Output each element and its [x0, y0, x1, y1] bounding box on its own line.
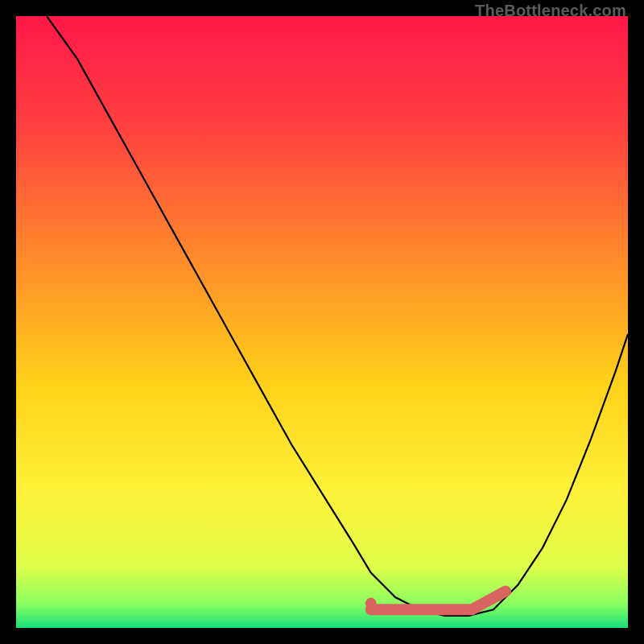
- optimal-start-dot: [365, 598, 377, 609]
- chart-frame: [16, 16, 628, 628]
- watermark-text: TheBottleneck.com: [475, 2, 626, 20]
- bottleneck-chart: [16, 16, 628, 628]
- gradient-background: [16, 16, 628, 628]
